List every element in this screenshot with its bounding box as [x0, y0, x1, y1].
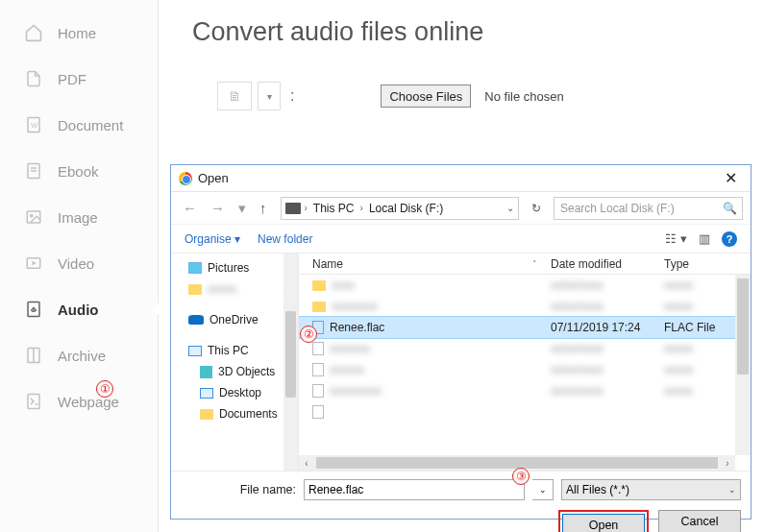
tree-folder[interactable]: xxxxx📌	[188, 278, 294, 300]
new-folder-button[interactable]: New folder	[258, 232, 312, 246]
column-headers[interactable]: Name˄ Date modified Type	[299, 254, 751, 275]
breadcrumb[interactable]: › This PC › Local Disk (F:) ⌄	[281, 197, 520, 220]
col-type[interactable]: Type	[660, 257, 751, 271]
file-icon	[312, 405, 324, 419]
cancel-button[interactable]: Cancel	[658, 510, 741, 532]
open-button[interactable]: Open	[562, 514, 645, 532]
file-row-selected[interactable]: Renee.flac07/11/2019 17:24FLAC File	[299, 317, 751, 338]
onedrive-icon	[188, 315, 204, 325]
breadcrumb-thispc[interactable]: This PC	[311, 202, 357, 215]
svg-text:W: W	[31, 121, 38, 130]
tree-documents[interactable]: Documents	[188, 403, 294, 424]
close-icon[interactable]: ✕	[719, 169, 743, 187]
nav-forward-icon[interactable]: →	[207, 198, 229, 218]
sidebar-item-video[interactable]: Video	[0, 240, 158, 286]
sidebar-item-label: Home	[58, 25, 96, 41]
chevron-down-icon: ⌄	[728, 485, 736, 495]
svg-marker-8	[33, 261, 37, 266]
tree-label: OneDrive	[209, 313, 259, 326]
folder-icon	[312, 280, 326, 291]
organise-menu[interactable]: Organise ▾	[185, 232, 240, 246]
file-row[interactable]: xxxxxxxx/xx/xxxxxxxxx	[299, 359, 751, 380]
file-row[interactable]	[299, 401, 751, 423]
open-button-highlight: Open	[558, 510, 649, 532]
search-placeholder: Search Local Disk (F:)	[560, 202, 675, 215]
document-icon: W	[23, 114, 44, 135]
sidebar-item-webpage[interactable]: Webpage	[0, 378, 158, 424]
breadcrumb-drive[interactable]: Local Disk (F:)	[367, 202, 445, 215]
nav-back-icon[interactable]: ←	[179, 198, 201, 218]
choose-files-button[interactable]: Choose Files	[381, 85, 471, 108]
file-name: Renee.flac	[330, 321, 384, 334]
dialog-title: Open	[198, 171, 229, 185]
sidebar-item-audio[interactable]: Audio	[0, 286, 158, 332]
desktop-icon	[200, 388, 213, 399]
col-date[interactable]: Date modified	[547, 257, 660, 271]
flac-icon	[312, 321, 324, 334]
view-mode-icon[interactable]: ☷ ▾	[665, 231, 687, 246]
search-input[interactable]: Search Local Disk (F:) 🔍	[554, 197, 743, 220]
file-row[interactable]: xxxxxxxxxx/xx/xxxxxxxxx	[299, 296, 751, 317]
file-row[interactable]: xxxxxxxxx/xx/xxxxxxxxx	[299, 338, 751, 359]
sidebar-item-label: Webpage	[58, 394, 119, 410]
sidebar: Home PDF WDocument Ebook Image Video Aud…	[0, 0, 159, 532]
page-title: Convert audio files online	[192, 17, 730, 47]
documents-icon	[200, 409, 213, 420]
sidebar-item-label: Image	[58, 209, 98, 226]
file-name-input[interactable]	[304, 479, 525, 500]
tree-scrollbar[interactable]	[283, 254, 298, 471]
webpage-icon	[23, 391, 44, 412]
3d-icon	[200, 366, 212, 378]
list-hscrollbar[interactable]: ‹›	[299, 455, 735, 471]
tree-thispc[interactable]: This PC	[188, 340, 294, 361]
sidebar-item-label: Ebook	[58, 163, 99, 180]
nav-recent-icon[interactable]: ▾	[234, 198, 250, 219]
dialog-navbar: ← → ▾ ↑ › This PC › Local Disk (F:) ⌄ ↻ …	[171, 192, 751, 225]
file-rows: xxxxxx/xx/xxxxxxxxx xxxxxxxxxx/xx/xxxxxx…	[299, 275, 751, 471]
file-type-icon[interactable]: 🗎	[217, 82, 252, 110]
file-name-history-icon[interactable]: ⌄	[532, 479, 554, 500]
sidebar-item-document[interactable]: WDocument	[0, 102, 158, 148]
image-icon	[23, 206, 44, 228]
help-icon[interactable]: ?	[722, 231, 737, 247]
tree-pictures[interactable]: Pictures📌	[188, 257, 294, 278]
refresh-icon[interactable]: ↻	[525, 197, 548, 220]
sidebar-item-image[interactable]: Image	[0, 194, 158, 240]
file-input-row: 🗎 ▾ : Choose Files No file chosen	[217, 82, 730, 110]
pdf-icon	[23, 68, 44, 89]
preview-pane-icon[interactable]: ▥	[699, 231, 710, 246]
sidebar-item-label: PDF	[58, 71, 86, 87]
tree-label: Pictures	[208, 261, 249, 275]
breadcrumb-dropdown-icon[interactable]: ⌄	[506, 203, 514, 213]
col-name[interactable]: Name˄	[299, 257, 547, 271]
sort-asc-icon: ˄	[532, 259, 537, 269]
archive-icon	[23, 345, 44, 366]
list-vscrollbar[interactable]	[735, 275, 751, 455]
tree-onedrive[interactable]: OneDrive	[188, 309, 294, 330]
sidebar-item-pdf[interactable]: PDF	[0, 56, 158, 102]
file-row[interactable]: xxxxxxxxxxx/xx/xxxxxxxxx	[299, 380, 751, 401]
sidebar-item-label: Audio	[58, 302, 99, 318]
sidebar-item-home[interactable]: Home	[0, 10, 158, 56]
folder-icon	[188, 284, 202, 295]
chrome-icon	[179, 172, 192, 185]
chevron-right-icon: ›	[358, 203, 365, 213]
sidebar-item-ebook[interactable]: Ebook	[0, 148, 158, 194]
tree-label: Documents	[219, 407, 278, 421]
tree-3dobjects[interactable]: 3D Objects	[188, 361, 294, 382]
file-type-dropdown[interactable]: ▾	[258, 82, 281, 110]
drive-icon	[285, 203, 301, 214]
file-list-area: Name˄ Date modified Type xxxxxx/xx/xxxxx…	[299, 254, 751, 471]
file-type-filter[interactable]: All Files (*.*)⌄	[561, 479, 741, 500]
nav-up-icon[interactable]: ↑	[256, 198, 271, 218]
tree-desktop[interactable]: Desktop	[188, 382, 294, 403]
sidebar-item-archive[interactable]: Archive	[0, 332, 158, 378]
file-icon	[312, 363, 324, 376]
file-row[interactable]: xxxxxx/xx/xxxxxxxxx	[299, 275, 751, 296]
folder-tree[interactable]: Pictures📌 xxxxx📌 OneDrive This PC 3D Obj…	[171, 254, 299, 471]
file-icon	[312, 384, 324, 398]
dialog-body: Pictures📌 xxxxx📌 OneDrive This PC 3D Obj…	[171, 254, 751, 471]
svg-point-10	[33, 307, 36, 310]
dialog-titlebar: Open ✕	[171, 165, 751, 192]
sidebar-item-label: Archive	[58, 348, 106, 364]
